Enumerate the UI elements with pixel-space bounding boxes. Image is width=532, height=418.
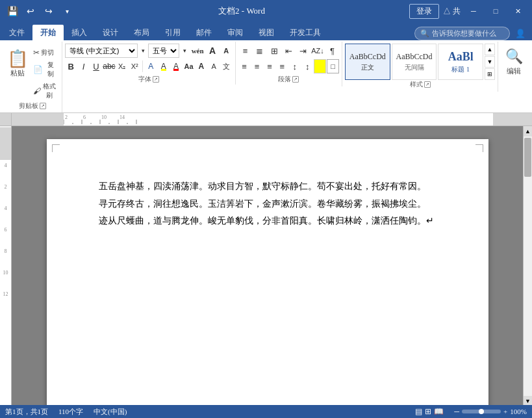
user-label: △ 共 — [443, 6, 461, 17]
paste-button[interactable]: 📋 粘贴 — [5, 46, 29, 82]
read-mode-icon[interactable]: 📖 — [434, 407, 444, 417]
shading-button[interactable] — [314, 59, 326, 73]
styles-more[interactable]: ⊞ — [485, 68, 495, 80]
font-phonetic-button[interactable]: 文 — [220, 59, 232, 73]
zoom-slider-thumb[interactable] — [479, 409, 484, 414]
close-button[interactable]: ✕ — [509, 5, 527, 18]
zoom-area: ─ + 100% — [454, 408, 527, 415]
zoom-out-button[interactable]: ─ — [454, 408, 459, 415]
superscript-button[interactable]: X² — [129, 59, 140, 73]
tab-view[interactable]: 视图 — [251, 25, 282, 40]
more-qat-button[interactable]: ▾ — [60, 4, 74, 18]
align-right-button[interactable]: ≡ — [264, 59, 275, 73]
zoom-level: 100% — [510, 408, 527, 415]
copy-label: 复制 — [44, 60, 57, 79]
tab-design[interactable]: 设计 — [95, 25, 126, 40]
tab-mail[interactable]: 邮件 — [188, 25, 220, 40]
increase-indent-button[interactable]: ⇥ — [296, 44, 310, 58]
font-separator — [142, 60, 143, 72]
style-item-none[interactable]: AaBbCcDd 无间隔 — [392, 44, 437, 80]
save-button[interactable]: 💾 — [5, 4, 19, 18]
line-spacing-button[interactable]: ↕ — [301, 59, 313, 73]
border-button[interactable]: □ — [327, 59, 339, 73]
font-size-dropdown[interactable]: ▾ — [181, 44, 188, 58]
tab-devtools[interactable]: 开发工具 — [282, 25, 329, 40]
login-button[interactable]: 登录 — [409, 4, 439, 19]
scrollbar-track[interactable] — [524, 137, 532, 396]
decrease-indent-button[interactable]: ⇤ — [282, 44, 296, 58]
font-shrink-button[interactable]: A — [220, 44, 233, 58]
document-content[interactable]: 五岳盘神基，四渎涌荡津。动求目方智，默守标静仁。苟不宴出处，托好有常因。 寻元存… — [99, 178, 437, 230]
font-color-button[interactable]: A — [170, 59, 182, 73]
ribbon-search-box[interactable]: 🔍 告诉我你想要做什么 — [414, 27, 510, 40]
tab-layout[interactable]: 布局 — [126, 25, 157, 40]
strikethrough-button[interactable]: abc — [103, 59, 115, 73]
title-bar: 💾 ↩ ↪ ▾ 文档2 - Word 登录 △ 共 ─ □ ✕ — [0, 0, 532, 22]
multi-level-list-button[interactable]: ⊞ — [267, 44, 281, 58]
page-corner-tl — [52, 144, 60, 152]
scrollbar-thumb[interactable] — [524, 138, 531, 177]
style-normal-label: 正文 — [361, 63, 374, 72]
font-expand-a-button[interactable]: A — [196, 59, 207, 73]
justify-button[interactable]: ≡ — [276, 59, 288, 73]
highlight-color-button[interactable]: A — [158, 59, 170, 73]
zoom-slider[interactable] — [462, 410, 501, 413]
web-layout-icon[interactable]: ⊞ — [425, 407, 431, 417]
numbered-list-button[interactable]: ≣ — [253, 44, 266, 58]
font-grow-button[interactable]: A — [207, 44, 219, 58]
copy-button[interactable]: 📄 复制 — [31, 59, 59, 80]
tab-file[interactable]: 文件 — [1, 25, 32, 40]
cut-button[interactable]: ✂ 剪切 — [31, 47, 59, 59]
style-item-normal[interactable]: AaBbCcDd 正文 — [345, 44, 390, 80]
font-name-select[interactable]: 等线 (中文正文) — [65, 44, 138, 58]
bullets-button[interactable]: ≡ — [238, 44, 252, 58]
font-name-dropdown[interactable]: ▾ — [139, 44, 147, 58]
document-page: 五岳盘神基，四渎涌荡津。动求目方智，默守标静仁。苟不宴出处，托好有常因。 寻元存… — [47, 139, 488, 406]
cut-label: 剪切 — [41, 48, 54, 57]
svg-text:6: 6 — [83, 114, 86, 120]
bold-button[interactable]: B — [65, 59, 77, 73]
style-h1-preview: AaBl — [448, 50, 474, 64]
document-area[interactable]: 五岳盘神基，四渎涌荡津。动求目方智，默守标静仁。苟不宴出处，托好有常因。 寻元存… — [12, 126, 523, 406]
style-none-label: 无间隔 — [405, 63, 424, 72]
format-painter-button[interactable]: 🖌 格式刷 — [31, 81, 59, 101]
italic-button[interactable]: I — [77, 59, 89, 73]
show-marks-button[interactable]: ¶ — [325, 44, 339, 58]
undo-button[interactable]: ↩ — [23, 4, 38, 18]
underline-button[interactable]: U — [90, 59, 102, 73]
font-aa-button[interactable]: Aa — [183, 59, 194, 73]
vertical-scrollbar[interactable]: ▲ ▼ — [523, 126, 532, 406]
font-group-label: 字体 ↗ — [65, 75, 233, 85]
font-compact-a-button[interactable]: A — [208, 59, 220, 73]
minimize-button[interactable]: ─ — [464, 5, 483, 18]
clipboard-expand-icon[interactable]: ↗ — [40, 103, 46, 109]
scroll-up-button[interactable]: ▲ — [524, 126, 532, 137]
sort-button[interactable]: AZ↓ — [310, 44, 324, 58]
style-item-h1[interactable]: AaBl 标题 1 — [438, 44, 483, 80]
styles-expand-icon[interactable]: ↗ — [424, 81, 431, 88]
styles-scroll-down[interactable]: ▼ — [485, 56, 495, 68]
tab-insert[interactable]: 插入 — [64, 25, 95, 40]
tab-references[interactable]: 引用 — [157, 25, 188, 40]
zoom-in-button[interactable]: + — [503, 408, 507, 415]
clipboard-label-text: 剪贴板 — [19, 101, 38, 111]
font-size-select[interactable]: 五号 — [148, 44, 179, 58]
text-effects-button[interactable]: A — [145, 59, 157, 73]
find-button[interactable]: 🔍 编辑 — [500, 44, 528, 80]
content-line-1: 五岳盘神基，四渎涌荡津。动求目方智，默守标静仁。苟不宴出处，托好有常因。 — [99, 178, 437, 196]
para-row2: ≡ ≡ ≡ ≡ ↕ ↕ □ — [238, 59, 339, 73]
align-center-button[interactable]: ≡ — [251, 59, 262, 73]
redo-button[interactable]: ↪ — [42, 4, 56, 18]
tab-review[interactable]: 审阅 — [220, 25, 251, 40]
text-direction-button[interactable]: ↕ — [289, 59, 301, 73]
style-h1-label: 标题 1 — [451, 65, 470, 74]
subscript-button[interactable]: X₂ — [116, 59, 128, 73]
styles-group-label: 样式 ↗ — [345, 80, 495, 90]
styles-scroll-up[interactable]: ▲ — [485, 44, 495, 55]
align-left-button[interactable]: ≡ — [238, 59, 250, 73]
tab-home[interactable]: 开始 — [32, 25, 64, 40]
font-expand-icon[interactable]: ↗ — [153, 76, 159, 83]
print-layout-icon[interactable]: ▤ — [415, 407, 422, 417]
maximize-button[interactable]: □ — [487, 5, 505, 18]
paragraph-expand-icon[interactable]: ↗ — [292, 76, 299, 83]
